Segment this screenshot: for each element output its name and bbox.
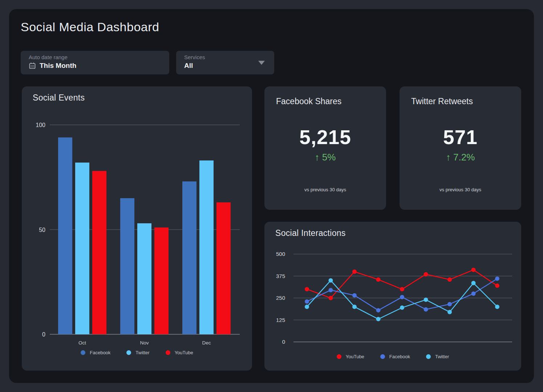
social-interactions-card: 5003752501250 Social Interactions YouTub… [264, 222, 521, 371]
legend-label: YouTube [346, 354, 364, 359]
services-value: All [184, 62, 193, 70]
legend-label: Facebook [90, 350, 110, 355]
legend-dot-icon [126, 350, 131, 355]
facebook-shares-footnote: vs previous 30 days [264, 187, 386, 192]
date-range-label: Auto date range [29, 54, 161, 60]
svg-text:250: 250 [276, 295, 285, 301]
legend-item-twitter[interactable]: Twitter [426, 354, 449, 359]
date-range-value: This Month [40, 62, 76, 70]
page-title: Social Media Dashboard [21, 20, 159, 34]
svg-text:0: 0 [282, 339, 285, 345]
svg-text:50: 50 [39, 227, 45, 233]
legend-item-twitter[interactable]: Twitter [126, 350, 149, 355]
svg-text:Oct: Oct [78, 340, 86, 346]
services-label: Services [184, 54, 266, 60]
legend-item-facebook[interactable]: Facebook [81, 350, 110, 355]
legend-dot-icon [337, 354, 341, 359]
calendar-icon [29, 62, 36, 69]
services-filter[interactable]: Services All [176, 51, 274, 74]
svg-text:125: 125 [276, 317, 285, 323]
legend-dot-icon [380, 354, 385, 359]
svg-text:Nov: Nov [140, 340, 149, 346]
twitter-retweets-footnote: vs previous 30 days [400, 187, 521, 192]
social-events-title: Social Events [33, 93, 85, 103]
svg-text:500: 500 [276, 251, 285, 257]
up-arrow-icon: ↑ [446, 152, 451, 163]
dashboard-panel: Social Media Dashboard Auto date range T… [9, 9, 534, 383]
legend-label: Twitter [135, 350, 149, 355]
chevron-down-icon [258, 61, 265, 65]
facebook-shares-title: Facebook Shares [276, 97, 341, 106]
twitter-retweets-card: Twitter Retweets 571 ↑ 7.2% vs previous … [400, 86, 521, 210]
legend-label: Facebook [389, 354, 410, 359]
up-arrow-icon: ↑ [315, 152, 320, 163]
twitter-retweets-delta: ↑ 7.2% [400, 152, 521, 163]
social-interactions-title: Social Interactions [275, 228, 346, 238]
twitter-retweets-value: 571 [400, 126, 521, 149]
legend-item-facebook[interactable]: Facebook [380, 354, 410, 359]
social-events-plot: 100500OctNovDec [22, 86, 252, 371]
legend-label: YouTube [175, 350, 193, 355]
social-interactions-legend: YouTubeFacebookTwitter [264, 354, 521, 359]
legend-dot-icon [426, 354, 431, 359]
facebook-shares-value: 5,215 [264, 126, 386, 149]
legend-item-youtube[interactable]: YouTube [337, 354, 364, 359]
svg-text:100: 100 [36, 122, 45, 128]
delta-percent: 7.2% [453, 152, 475, 163]
delta-percent: 5% [322, 152, 336, 163]
date-range-filter[interactable]: Auto date range This Month [21, 51, 169, 74]
social-events-legend: FacebookTwitterYouTube [22, 350, 252, 355]
svg-text:Dec: Dec [202, 340, 211, 346]
legend-dot-icon [166, 350, 170, 355]
legend-dot-icon [81, 350, 85, 355]
svg-text:375: 375 [276, 273, 285, 279]
legend-label: Twitter [435, 354, 449, 359]
social-interactions-plot: 5003752501250 [264, 222, 521, 371]
social-events-card: 100500OctNovDec Social Events FacebookTw… [22, 86, 252, 371]
legend-item-youtube[interactable]: YouTube [166, 350, 193, 355]
facebook-shares-card: Facebook Shares 5,215 ↑ 5% vs previous 3… [264, 86, 386, 210]
svg-text:0: 0 [42, 331, 45, 338]
facebook-shares-delta: ↑ 5% [264, 152, 386, 163]
twitter-retweets-title: Twitter Retweets [411, 97, 473, 106]
